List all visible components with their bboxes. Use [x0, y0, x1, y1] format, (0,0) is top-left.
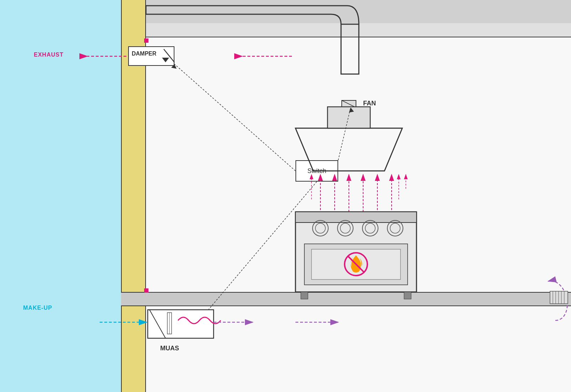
floor — [121, 292, 571, 306]
damper-label: DAMPER — [132, 51, 156, 57]
right-background — [121, 0, 571, 392]
ceiling-inner — [121, 23, 571, 37]
fan-label: FAN — [363, 100, 376, 107]
exhaust-label: EXHAUST — [34, 52, 63, 58]
diagram-canvas: DAMPER EXHAUST MAKE-UP MUAS FAN Switch — [0, 0, 571, 392]
left-background — [0, 0, 121, 392]
muas-label: MUAS — [160, 345, 179, 352]
makeup-label: MAKE-UP — [23, 305, 52, 311]
switch-box: Switch — [295, 160, 338, 182]
switch-label: Switch — [307, 167, 326, 175]
top-bar — [121, 0, 571, 23]
